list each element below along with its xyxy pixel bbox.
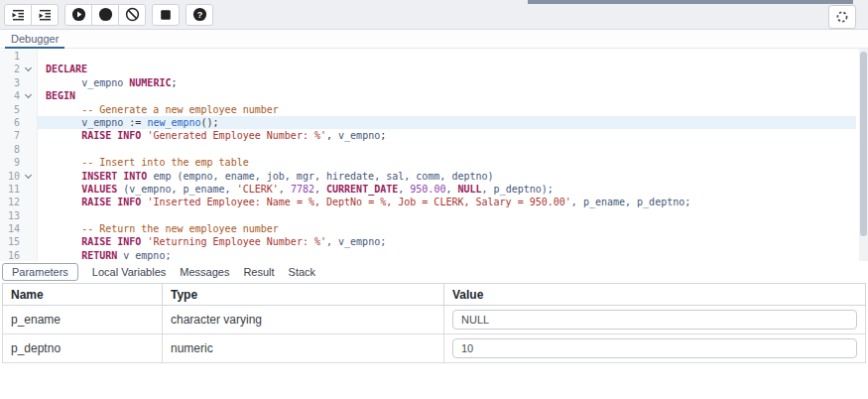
debug-info-panel: Parameters Local Variables Messages Resu…: [0, 261, 868, 399]
code-line: 9 -- Insert into the emp table: [0, 156, 856, 169]
step-button-group: [4, 4, 59, 26]
parameters-table: Name Type Value p_ename character varyin…: [2, 283, 866, 363]
spinner-icon: [835, 10, 849, 24]
param-value-input[interactable]: [452, 338, 857, 358]
code-line: 12 RAISE INFO 'Inserted Employee: Name =…: [0, 196, 856, 208]
svg-text:?: ?: [196, 10, 202, 20]
column-header-type: Type: [163, 284, 444, 306]
help-button-group: ?: [186, 4, 213, 26]
line-number: 15: [0, 235, 20, 248]
fold-chevron-icon[interactable]: [20, 170, 37, 183]
line-number: 9: [0, 156, 20, 169]
clear-breakpoints-button[interactable]: [118, 4, 146, 26]
code-line: 6 v_empno := new_empno();: [0, 116, 856, 129]
code-lines: 12DECLARE3 v_empno NUMERIC;4BEGIN5 -- Ge…: [0, 50, 856, 261]
tab-result[interactable]: Result: [243, 264, 274, 280]
tab-stack[interactable]: Stack: [289, 264, 316, 280]
stop-button[interactable]: [152, 4, 180, 26]
debugger-toolbar: ?: [0, 0, 868, 30]
line-number: 11: [0, 183, 20, 196]
question-circle-icon: ?: [192, 7, 207, 22]
line-number: 7: [0, 129, 20, 142]
main-tabbar: Debugger: [0, 30, 868, 49]
table-row: p_deptno numeric: [3, 334, 866, 363]
code-line: 16 RETURN v_empno;: [0, 249, 856, 261]
line-number: 6: [0, 116, 20, 129]
code-line: 3 v_empno NUMERIC;: [0, 76, 856, 89]
code-line: 10 INSERT INTO emp (empno, ename, job, m…: [0, 170, 856, 183]
line-number: 2: [0, 63, 20, 75]
line-number: 12: [0, 196, 20, 208]
scrollbar-thumb[interactable]: [860, 52, 867, 236]
param-value-cell: [444, 306, 866, 334]
param-type-cell: character varying: [163, 306, 444, 334]
param-value-input[interactable]: [452, 310, 857, 330]
column-header-value: Value: [444, 284, 866, 306]
step-over-icon: [38, 8, 52, 22]
tab-local-variables[interactable]: Local Variables: [92, 264, 166, 280]
step-over-button[interactable]: [31, 4, 59, 26]
line-number: 8: [0, 143, 20, 156]
fold-chevron-icon[interactable]: [20, 89, 37, 102]
table-row: p_ename character varying: [3, 306, 866, 334]
code-line: 15 RAISE INFO 'Returning Employee Number…: [0, 235, 856, 248]
line-number: 5: [0, 103, 20, 116]
step-into-button[interactable]: [4, 4, 32, 26]
code-line: 5 -- Generate a new employee number: [0, 103, 856, 116]
toggle-breakpoint-button[interactable]: [91, 4, 119, 26]
code-line: 1: [0, 50, 856, 63]
breakpoint-dot-icon: [98, 7, 113, 22]
param-value-cell: [444, 334, 866, 363]
refresh-button[interactable]: [828, 5, 856, 29]
param-name-cell: p_ename: [3, 306, 163, 334]
code-line: 2DECLARE: [0, 63, 856, 75]
execution-button-group: [64, 4, 146, 26]
play-circle-icon: [71, 7, 86, 22]
code-line: 13: [0, 209, 856, 222]
editor-scrollbar[interactable]: [859, 49, 868, 261]
tab-debugger[interactable]: Debugger: [8, 30, 62, 49]
line-number: 1: [0, 50, 20, 63]
line-number: 10: [0, 170, 20, 183]
stop-button-group: [152, 4, 180, 26]
code-line: 7 RAISE INFO 'Generated Employee Number:…: [0, 129, 856, 142]
code-editor[interactable]: 12DECLARE3 v_empno NUMERIC;4BEGIN5 -- Ge…: [0, 49, 868, 261]
code-line: 4BEGIN: [0, 89, 856, 102]
param-type-cell: numeric: [163, 334, 444, 363]
fold-chevron-icon[interactable]: [20, 63, 37, 75]
top-scroll-strip: [528, 0, 853, 4]
no-symbol-icon: [125, 7, 140, 22]
line-number: 3: [0, 76, 20, 89]
continue-button[interactable]: [64, 4, 92, 26]
table-header-row: Name Type Value: [3, 284, 866, 306]
panel-tabbar: Parameters Local Variables Messages Resu…: [0, 261, 868, 283]
line-number: 13: [0, 209, 20, 222]
line-number: 16: [0, 249, 20, 261]
code-line: 14 -- Return the new employee number: [0, 222, 856, 235]
step-into-icon: [11, 8, 25, 22]
tab-parameters[interactable]: Parameters: [2, 263, 78, 281]
column-header-name: Name: [3, 284, 163, 306]
param-name-cell: p_deptno: [3, 334, 163, 363]
help-button[interactable]: ?: [186, 4, 213, 26]
line-number: 4: [0, 89, 20, 102]
stop-square-icon: [159, 8, 173, 22]
line-number: 14: [0, 222, 20, 235]
tab-messages[interactable]: Messages: [180, 264, 229, 280]
code-line: 11 VALUES (v_empno, p_ename, 'CLERK', 77…: [0, 183, 856, 196]
code-line: 8: [0, 143, 856, 156]
